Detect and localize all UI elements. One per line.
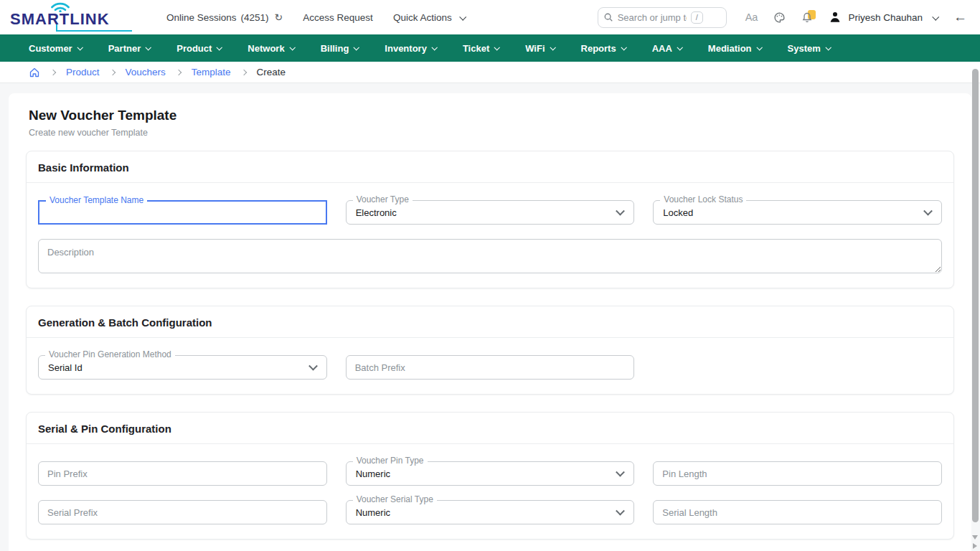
chevron-right-icon <box>176 69 182 75</box>
chevron-down-icon <box>289 44 295 50</box>
global-search[interactable]: / <box>598 7 727 28</box>
voucher-serial-type-label: Voucher Serial Type <box>353 494 437 505</box>
nav-item-customer[interactable]: Customer <box>29 43 82 54</box>
page-subtitle: Create new voucher Template <box>29 128 954 138</box>
section-title-basic: Basic Information <box>27 151 953 182</box>
search-input[interactable] <box>618 12 687 23</box>
text-size-toggle[interactable]: Aa <box>745 11 758 23</box>
online-sessions-link[interactable]: Online Sessions (4251) ↻ <box>166 11 283 23</box>
chevron-down-icon <box>616 468 625 477</box>
voucher-pin-type-label: Voucher Pin Type <box>353 456 428 466</box>
scrollbar-thumb[interactable] <box>972 69 979 522</box>
home-icon[interactable] <box>29 67 40 78</box>
scroll-right-arrow-icon[interactable] <box>973 543 977 549</box>
back-arrow-icon[interactable]: ← <box>953 9 967 25</box>
voucher-pin-type-select[interactable]: Voucher Pin Type Numeric <box>346 461 635 486</box>
nav-item-wifi[interactable]: WiFi <box>525 43 554 54</box>
chevron-down-icon <box>616 207 625 216</box>
chevron-down-icon <box>677 44 682 50</box>
chevron-down-icon <box>616 507 625 516</box>
voucher-type-label: Voucher Type <box>353 194 413 205</box>
description-textarea[interactable] <box>38 239 942 273</box>
nav-item-mediation[interactable]: Mediation <box>708 43 761 54</box>
user-name: Priyesh Chauhan <box>848 12 923 23</box>
voucher-type-value: Electronic <box>356 207 397 218</box>
section-title-serial-pin: Serial & Pin Configuration <box>27 413 953 443</box>
batch-prefix-input[interactable] <box>346 355 635 380</box>
basic-information-card: Basic Information Voucher Template Name … <box>26 151 954 288</box>
serial-prefix-field[interactable] <box>38 500 327 524</box>
generation-batch-card: Generation & Batch Configuration Voucher… <box>26 306 954 395</box>
voucher-pin-type-value: Numeric <box>356 468 390 479</box>
voucher-lock-status-label: Voucher Lock Status <box>660 194 746 205</box>
nav-item-system[interactable]: System <box>788 43 830 54</box>
breadcrumb-current: Create <box>257 67 286 77</box>
chevron-right-icon <box>240 69 246 75</box>
serial-length-field[interactable] <box>653 500 942 524</box>
logo-text: SMARTLINK <box>10 10 110 29</box>
main-panel: New Voucher Template Create new voucher … <box>9 93 971 551</box>
pin-prefix-field[interactable] <box>38 461 327 486</box>
chevron-down-icon <box>923 207 933 216</box>
quick-actions-menu[interactable]: Quick Actions <box>393 12 465 23</box>
voucher-type-select[interactable]: Voucher Type Electronic <box>346 200 635 225</box>
theme-palette-icon[interactable] <box>773 11 786 24</box>
voucher-template-name-label: Voucher Template Name <box>46 195 147 206</box>
serial-pin-card: Serial & Pin Configuration Voucher Pin T… <box>26 412 954 540</box>
voucher-serial-type-select[interactable]: Voucher Serial Type Numeric <box>346 500 635 524</box>
pin-length-field[interactable] <box>653 461 942 486</box>
nav-item-reports[interactable]: Reports <box>581 43 626 54</box>
breadcrumb: Product Vouchers Template Create <box>0 62 980 83</box>
logo-tick <box>56 24 57 32</box>
serial-prefix-input[interactable] <box>38 500 327 524</box>
pin-generation-method-select[interactable]: Voucher Pin Generation Method Serial Id <box>38 355 327 380</box>
voucher-template-name-field[interactable]: Voucher Template Name <box>38 200 327 225</box>
nav-item-aaa[interactable]: AAA <box>652 43 682 54</box>
breadcrumb-product[interactable]: Product <box>66 67 100 77</box>
access-request-link[interactable]: Access Request <box>303 12 373 23</box>
main-navigation: Customer Partner Product Network Billing… <box>0 34 980 62</box>
batch-prefix-field[interactable] <box>346 355 635 380</box>
page-title: New Voucher Template <box>29 108 954 123</box>
nav-item-network[interactable]: Network <box>248 43 293 54</box>
nav-item-partner[interactable]: Partner <box>108 43 151 54</box>
pin-generation-method-label: Voucher Pin Generation Method <box>45 349 175 360</box>
scroll-down-arrow-icon[interactable] <box>972 535 978 540</box>
chevron-right-icon <box>50 69 56 75</box>
user-menu[interactable]: Priyesh Chauhan <box>829 11 938 24</box>
smartlink-logo[interactable]: SMARTLINK <box>9 1 132 33</box>
voucher-lock-status-select[interactable]: Voucher Lock Status Locked <box>653 200 942 225</box>
chevron-down-icon <box>77 44 83 50</box>
serial-length-input[interactable] <box>653 500 942 524</box>
section-title-generation: Generation & Batch Configuration <box>27 306 953 337</box>
chevron-down-icon <box>459 13 466 20</box>
chevron-right-icon <box>109 69 115 75</box>
chevron-down-icon <box>494 44 500 50</box>
voucher-serial-type-value: Numeric <box>356 507 390 518</box>
chevron-down-icon <box>932 13 939 20</box>
nav-item-inventory[interactable]: Inventory <box>385 43 436 54</box>
chevron-down-icon <box>354 44 359 50</box>
chevron-down-icon <box>431 44 437 50</box>
top-header: SMARTLINK Online Sessions (4251) ↻ Acces… <box>0 0 980 34</box>
chevron-down-icon <box>621 44 626 50</box>
logo-underline <box>56 30 132 32</box>
nav-item-billing[interactable]: Billing <box>321 43 359 54</box>
voucher-lock-status-value: Locked <box>663 207 693 218</box>
notifications-bell-icon[interactable] <box>801 11 813 24</box>
pin-length-input[interactable] <box>653 461 942 486</box>
refresh-icon[interactable]: ↻ <box>275 11 283 23</box>
nav-item-ticket[interactable]: Ticket <box>463 43 499 54</box>
pin-prefix-input[interactable] <box>38 461 327 486</box>
chevron-down-icon <box>550 44 555 50</box>
vertical-scrollbar[interactable] <box>971 62 979 551</box>
chevron-down-icon <box>756 44 762 50</box>
chevron-down-icon <box>308 362 318 371</box>
breadcrumb-vouchers[interactable]: Vouchers <box>126 67 166 77</box>
breadcrumb-template[interactable]: Template <box>192 67 231 77</box>
online-sessions-count: (4251) <box>241 12 269 23</box>
nav-item-product[interactable]: Product <box>176 43 221 54</box>
user-avatar-icon <box>829 11 842 24</box>
chevron-down-icon <box>217 44 222 50</box>
chevron-down-icon <box>146 44 151 50</box>
